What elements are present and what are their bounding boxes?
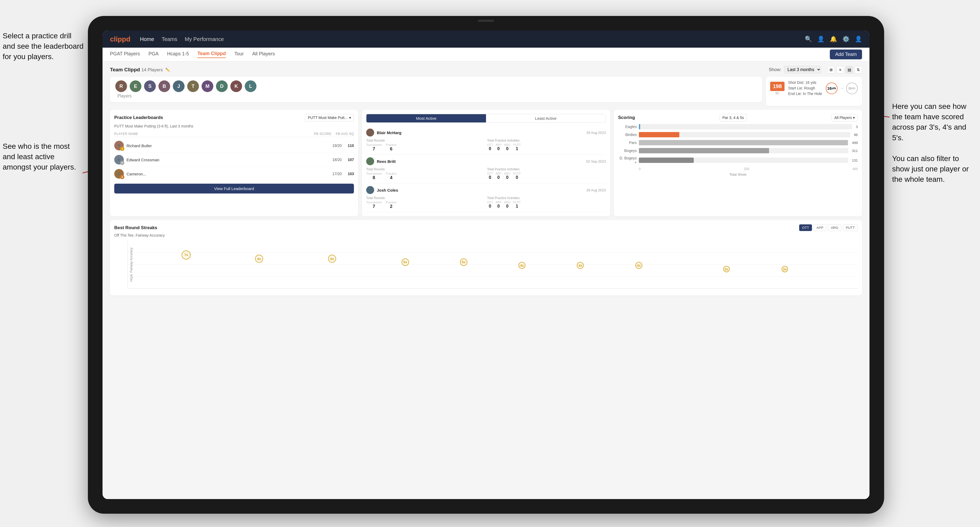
streaks-title: Best Round Streaks	[114, 225, 158, 230]
x-label-0: 0	[639, 167, 641, 171]
shot-circles: 16 yds → 0 yds	[826, 83, 858, 94]
annotation-right: Here you can see how the team have score…	[892, 101, 977, 185]
nav-icons: 🔍 👤 🔔 ⚙️ 👤	[805, 36, 862, 43]
avatar-1[interactable]: R	[115, 80, 127, 92]
lb-score-2: 18/20	[328, 157, 342, 162]
col-pb-avg: PB AVG SQ	[336, 132, 354, 136]
pa-ott-2: OTT0	[487, 172, 493, 180]
lb-avg-3: 103	[344, 171, 354, 176]
pa-name-1: Blair McHarg	[377, 130, 584, 135]
logo: clippd	[110, 35, 130, 43]
chart-x-label: Total Shots	[618, 173, 858, 176]
add-team-button[interactable]: Add Team	[830, 49, 862, 59]
bar-row-birdies: Birdies 96	[618, 132, 858, 137]
subnav-tour[interactable]: Tour	[234, 51, 243, 58]
user-avatar-icon[interactable]: 👤	[855, 36, 862, 43]
pa-arg-3: ARG0	[504, 201, 511, 209]
card-view-icon[interactable]: ▤	[845, 66, 853, 73]
streaks-subtitle: Off The Tee, Fairway Accuracy	[114, 233, 858, 237]
streak-btn-app[interactable]: APP	[813, 224, 826, 231]
main-content: Team Clippd 14 Players ✏️ Show: Last 3 m…	[103, 62, 870, 499]
search-icon[interactable]: 🔍	[805, 36, 812, 43]
shot-unit: SC	[775, 92, 779, 95]
avatar-7[interactable]: M	[202, 80, 213, 92]
lb-avatar-3: C 3	[114, 169, 124, 179]
tablet-frame: clippd Home Teams My Performance 🔍 👤 🔔 ⚙…	[88, 16, 884, 514]
person-icon[interactable]: 👤	[817, 36, 824, 43]
streak-btn-putt[interactable]: PUTT	[843, 224, 858, 231]
subnav-pga[interactable]: PGA	[148, 51, 158, 58]
avatar-3[interactable]: S	[144, 80, 156, 92]
sort-icon[interactable]: ⇅	[854, 66, 862, 73]
bar-chart: Eagles 3 Birdies 96	[618, 124, 858, 165]
pa-avatar-2: R	[366, 157, 374, 165]
subnav-team-clippd[interactable]: Team Clippd	[197, 51, 226, 58]
bubble-6x-1: 6x	[255, 255, 263, 263]
pa-rounds-2: Total Rounds Tournament 8 Practice 4	[366, 167, 485, 181]
nav-home[interactable]: Home	[140, 36, 154, 42]
par-filter-button[interactable]: Par 3, 4 & 5s	[719, 114, 747, 121]
lb-name-1: Richard Butler	[126, 143, 326, 148]
bubble-7x: 7x	[181, 251, 191, 259]
most-active-tab[interactable]: Most Active	[366, 114, 486, 122]
bar-fill-birdies	[639, 132, 679, 137]
subnav-pgat[interactable]: PGAT Players	[110, 51, 140, 58]
tablet-screen: clippd Home Teams My Performance 🔍 👤 🔔 ⚙…	[103, 30, 870, 499]
show-label: Show:	[769, 67, 781, 72]
bell-icon[interactable]: 🔔	[830, 36, 837, 43]
activity-tabs: Most Active Least Active	[366, 114, 606, 123]
streaks-filter: OTT APP ARG PUTT	[799, 224, 858, 231]
chevron-down-icon: ▾	[349, 116, 351, 120]
bar-row-bogeys: Bogeys 311	[618, 148, 858, 153]
subnav-hcaps[interactable]: Hcaps 1-5	[167, 51, 189, 58]
settings-icon[interactable]: ⚙️	[842, 36, 850, 43]
leaderboard-dropdown[interactable]: PUTT Must Make Putt... ▾	[305, 114, 354, 121]
shot-start-lie: Start Lie: Rough	[788, 86, 822, 91]
time-period-select[interactable]: Last 3 months Last 6 months This year	[784, 66, 821, 73]
subnav-all-players[interactable]: All Players	[252, 51, 275, 58]
top-nav: clippd Home Teams My Performance 🔍 👤 🔔 ⚙…	[103, 30, 870, 48]
yards-label-1: yds	[831, 87, 836, 90]
leaderboard-table-header: PLAYER NAME PB SCORE PB AVG SQ	[114, 131, 354, 137]
lb-row-2: E 2 Edward Crossman 18/20 107	[114, 153, 354, 167]
avatar-4[interactable]: B	[158, 80, 170, 92]
streak-btn-ott[interactable]: OTT	[799, 224, 812, 231]
avatar-2[interactable]: E	[130, 80, 142, 92]
pa-activities-1: Total Practice Activities OTT0 APP0 ARG0…	[487, 139, 606, 152]
bubble-chart-area: 7x 6x 6x 5x 5x 4x 4x 4x 3x 3x	[127, 241, 858, 289]
pa-date-1: 26 Aug 2023	[586, 131, 606, 135]
lb-badge-1: 1	[120, 147, 124, 151]
pa-ott-1: OTT0	[487, 143, 493, 151]
pa-putt-3: PUTT1	[513, 201, 521, 209]
view-full-leaderboard-button[interactable]: View Full Leaderboard	[114, 184, 354, 194]
edit-icon[interactable]: ✏️	[165, 68, 170, 72]
avatar-8[interactable]: D	[216, 80, 228, 92]
players-filter-button[interactable]: All Players ▾	[831, 114, 858, 121]
pa-header-1: B Blair McHarg 26 Aug 2023	[366, 129, 606, 137]
col-player-name: PLAYER NAME	[114, 132, 314, 136]
streaks-section: Best Round Streaks OTT APP ARG PUTT Off …	[110, 220, 862, 295]
streak-btn-arg[interactable]: ARG	[828, 224, 841, 231]
list-view-icon[interactable]: ≡	[837, 66, 844, 73]
nav-my-performance[interactable]: My Performance	[185, 36, 224, 42]
pa-rounds-3: Total Rounds Tournament 7 Practice 2	[366, 196, 485, 209]
annotation-bottom-left: See who is the most and least active amo…	[3, 141, 80, 173]
pa-header-3: J Josh Coles 26 Aug 2023	[366, 186, 606, 194]
bubble-4x-1: 4x	[519, 262, 525, 269]
pa-ott-3: OTT0	[487, 201, 493, 209]
bubble-chart-container: Hcpk. Fairway Accuracy 7x 6x 6x 5x 5x	[127, 241, 858, 289]
avatar-grid: R E S B J T M D K L	[115, 80, 757, 92]
avatar-10[interactable]: L	[245, 80, 256, 92]
avatar-6[interactable]: T	[187, 80, 199, 92]
bar-label-pars: Pars	[618, 141, 637, 145]
pa-app-2: APP0	[496, 172, 501, 180]
team-player-count: 14 Players	[142, 67, 163, 72]
avatar-9[interactable]: K	[231, 80, 242, 92]
bar-label-eagles: Eagles	[618, 125, 637, 129]
bar-track-pars	[639, 140, 848, 145]
least-active-tab[interactable]: Least Active	[486, 114, 606, 122]
nav-teams[interactable]: Teams	[162, 36, 177, 42]
col-pb-score: PB SCORE	[314, 132, 332, 136]
grid-view-icon[interactable]: ⊞	[827, 66, 835, 73]
avatar-5[interactable]: J	[173, 80, 185, 92]
